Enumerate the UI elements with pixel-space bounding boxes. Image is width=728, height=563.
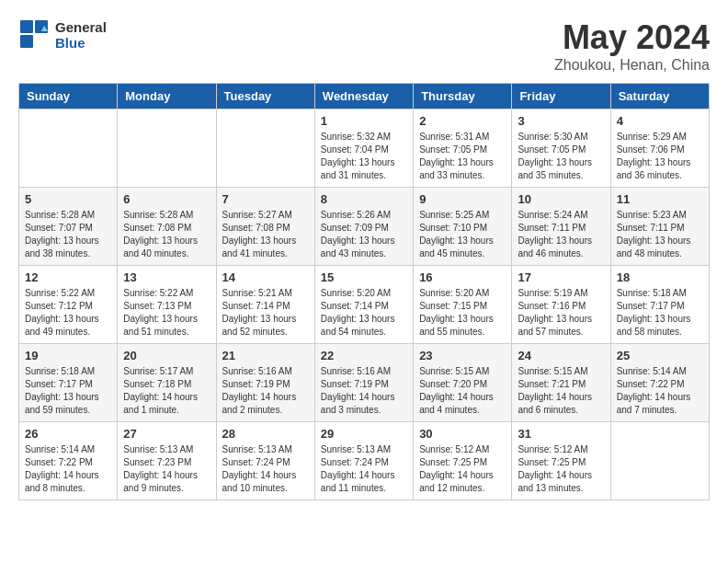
calendar-cell: 1Sunrise: 5:32 AM Sunset: 7:04 PM Daylig… (314, 109, 413, 188)
day-info: Sunrise: 5:27 AM Sunset: 7:08 PM Dayligh… (222, 209, 309, 260)
calendar-cell: 15Sunrise: 5:20 AM Sunset: 7:14 PM Dayli… (314, 266, 413, 344)
calendar-cell: 30Sunrise: 5:12 AM Sunset: 7:25 PM Dayli… (414, 422, 512, 500)
calendar-cell: 31Sunrise: 5:12 AM Sunset: 7:25 PM Dayli… (512, 422, 610, 500)
calendar-cell: 12Sunrise: 5:22 AM Sunset: 7:12 PM Dayli… (19, 266, 118, 344)
calendar-cell: 22Sunrise: 5:16 AM Sunset: 7:19 PM Dayli… (314, 344, 413, 422)
dow-sunday: Sunday (19, 84, 118, 109)
svg-rect-2 (20, 35, 33, 48)
dow-wednesday: Wednesday (314, 84, 413, 109)
calendar-cell: 17Sunrise: 5:19 AM Sunset: 7:16 PM Dayli… (512, 266, 610, 344)
title-block: May 2024 Zhoukou, Henan, China (554, 18, 710, 74)
day-number: 5 (25, 192, 111, 206)
calendar-cell: 7Sunrise: 5:27 AM Sunset: 7:08 PM Daylig… (216, 188, 314, 266)
day-number: 2 (419, 114, 506, 128)
day-number: 27 (123, 427, 210, 441)
days-of-week-row: SundayMondayTuesdayWednesdayThursdayFrid… (19, 84, 710, 109)
svg-rect-0 (20, 20, 33, 33)
day-info: Sunrise: 5:18 AM Sunset: 7:17 PM Dayligh… (617, 287, 703, 339)
day-number: 28 (222, 427, 309, 441)
logo-general: General (55, 19, 107, 35)
day-number: 21 (222, 349, 309, 362)
calendar-cell: 24Sunrise: 5:15 AM Sunset: 7:21 PM Dayli… (512, 344, 610, 422)
day-number: 24 (518, 349, 604, 362)
calendar-cell: 11Sunrise: 5:23 AM Sunset: 7:11 PM Dayli… (610, 188, 709, 266)
day-number: 20 (123, 349, 210, 362)
calendar-cell: 4Sunrise: 5:29 AM Sunset: 7:06 PM Daylig… (610, 109, 709, 188)
day-info: Sunrise: 5:14 AM Sunset: 7:22 PM Dayligh… (25, 443, 111, 495)
day-info: Sunrise: 5:24 AM Sunset: 7:11 PM Dayligh… (518, 209, 604, 260)
day-number: 12 (25, 270, 111, 284)
day-info: Sunrise: 5:32 AM Sunset: 7:04 PM Dayligh… (321, 131, 407, 182)
day-info: Sunrise: 5:18 AM Sunset: 7:17 PM Dayligh… (25, 365, 111, 417)
day-info: Sunrise: 5:30 AM Sunset: 7:05 PM Dayligh… (518, 131, 604, 182)
day-info: Sunrise: 5:21 AM Sunset: 7:14 PM Dayligh… (222, 287, 309, 339)
week-row-4: 19Sunrise: 5:18 AM Sunset: 7:17 PM Dayli… (19, 344, 710, 422)
logo-icon (18, 18, 51, 52)
day-info: Sunrise: 5:14 AM Sunset: 7:22 PM Dayligh… (617, 365, 703, 417)
day-info: Sunrise: 5:12 AM Sunset: 7:25 PM Dayligh… (419, 443, 506, 495)
day-info: Sunrise: 5:28 AM Sunset: 7:07 PM Dayligh… (25, 209, 111, 260)
day-info: Sunrise: 5:13 AM Sunset: 7:24 PM Dayligh… (321, 443, 407, 495)
day-number: 23 (419, 349, 506, 362)
logo: General Blue (18, 18, 107, 52)
day-number: 17 (518, 270, 604, 284)
location: Zhoukou, Henan, China (554, 57, 710, 74)
day-number: 18 (617, 270, 703, 284)
day-number: 31 (518, 427, 604, 441)
calendar-cell: 21Sunrise: 5:16 AM Sunset: 7:19 PM Dayli… (216, 344, 314, 422)
day-number: 22 (321, 349, 407, 362)
day-info: Sunrise: 5:15 AM Sunset: 7:20 PM Dayligh… (419, 365, 506, 417)
calendar-cell: 10Sunrise: 5:24 AM Sunset: 7:11 PM Dayli… (512, 188, 610, 266)
day-number: 9 (419, 192, 506, 206)
week-row-1: 1Sunrise: 5:32 AM Sunset: 7:04 PM Daylig… (19, 109, 710, 188)
calendar-cell: 14Sunrise: 5:21 AM Sunset: 7:14 PM Dayli… (216, 266, 314, 344)
day-number: 25 (617, 349, 703, 362)
month-title: May 2024 (554, 18, 710, 57)
calendar-cell: 6Sunrise: 5:28 AM Sunset: 7:08 PM Daylig… (118, 188, 216, 266)
week-row-5: 26Sunrise: 5:14 AM Sunset: 7:22 PM Dayli… (19, 422, 710, 500)
calendar-cell: 9Sunrise: 5:25 AM Sunset: 7:10 PM Daylig… (414, 188, 512, 266)
day-number: 6 (123, 192, 210, 206)
calendar-cell: 18Sunrise: 5:18 AM Sunset: 7:17 PM Dayli… (610, 266, 709, 344)
day-info: Sunrise: 5:12 AM Sunset: 7:25 PM Dayligh… (518, 443, 604, 495)
calendar-cell: 20Sunrise: 5:17 AM Sunset: 7:18 PM Dayli… (118, 344, 216, 422)
day-number: 8 (321, 192, 407, 206)
day-info: Sunrise: 5:16 AM Sunset: 7:19 PM Dayligh… (222, 365, 309, 417)
day-number: 26 (25, 427, 111, 441)
week-row-3: 12Sunrise: 5:22 AM Sunset: 7:12 PM Dayli… (19, 266, 710, 344)
dow-thursday: Thursday (414, 84, 512, 109)
day-number: 7 (222, 192, 309, 206)
calendar-cell: 19Sunrise: 5:18 AM Sunset: 7:17 PM Dayli… (19, 344, 118, 422)
day-number: 3 (518, 114, 604, 128)
calendar-cell: 26Sunrise: 5:14 AM Sunset: 7:22 PM Dayli… (19, 422, 118, 500)
day-info: Sunrise: 5:20 AM Sunset: 7:14 PM Dayligh… (321, 287, 407, 339)
calendar-cell: 3Sunrise: 5:30 AM Sunset: 7:05 PM Daylig… (512, 109, 610, 188)
calendar-cell (118, 109, 216, 188)
calendar-cell: 8Sunrise: 5:26 AM Sunset: 7:09 PM Daylig… (314, 188, 413, 266)
day-info: Sunrise: 5:13 AM Sunset: 7:23 PM Dayligh… (123, 443, 210, 495)
dow-monday: Monday (118, 84, 216, 109)
calendar-cell: 25Sunrise: 5:14 AM Sunset: 7:22 PM Dayli… (610, 344, 709, 422)
day-number: 19 (25, 349, 111, 362)
day-number: 15 (321, 270, 407, 284)
day-info: Sunrise: 5:31 AM Sunset: 7:05 PM Dayligh… (419, 131, 506, 182)
week-row-2: 5Sunrise: 5:28 AM Sunset: 7:07 PM Daylig… (19, 188, 710, 266)
calendar-cell: 27Sunrise: 5:13 AM Sunset: 7:23 PM Dayli… (118, 422, 216, 500)
calendar-cell: 13Sunrise: 5:22 AM Sunset: 7:13 PM Dayli… (118, 266, 216, 344)
day-info: Sunrise: 5:16 AM Sunset: 7:19 PM Dayligh… (321, 365, 407, 417)
day-number: 10 (518, 192, 604, 206)
day-info: Sunrise: 5:25 AM Sunset: 7:10 PM Dayligh… (419, 209, 506, 260)
day-number: 13 (123, 270, 210, 284)
day-number: 4 (617, 114, 703, 128)
dow-saturday: Saturday (610, 84, 709, 109)
day-info: Sunrise: 5:17 AM Sunset: 7:18 PM Dayligh… (123, 365, 210, 417)
calendar-cell: 2Sunrise: 5:31 AM Sunset: 7:05 PM Daylig… (414, 109, 512, 188)
day-info: Sunrise: 5:23 AM Sunset: 7:11 PM Dayligh… (617, 209, 703, 260)
day-info: Sunrise: 5:28 AM Sunset: 7:08 PM Dayligh… (123, 209, 210, 260)
day-info: Sunrise: 5:13 AM Sunset: 7:24 PM Dayligh… (222, 443, 309, 495)
calendar-cell: 23Sunrise: 5:15 AM Sunset: 7:20 PM Dayli… (414, 344, 512, 422)
day-info: Sunrise: 5:29 AM Sunset: 7:06 PM Dayligh… (617, 131, 703, 182)
calendar-cell: 28Sunrise: 5:13 AM Sunset: 7:24 PM Dayli… (216, 422, 314, 500)
day-info: Sunrise: 5:20 AM Sunset: 7:15 PM Dayligh… (419, 287, 506, 339)
dow-friday: Friday (512, 84, 610, 109)
